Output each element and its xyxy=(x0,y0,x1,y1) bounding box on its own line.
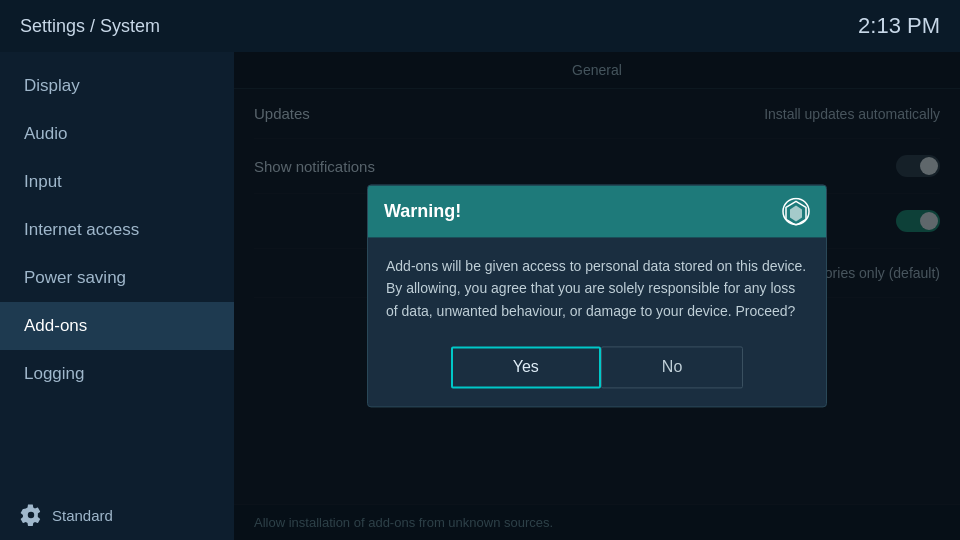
dialog-yes-button[interactable]: Yes xyxy=(451,347,601,389)
main-layout: Display Audio Input Internet access Powe… xyxy=(0,52,960,540)
dialog-no-button[interactable]: No xyxy=(601,347,743,389)
dialog-title: Warning! xyxy=(384,201,461,222)
gear-icon xyxy=(20,504,42,526)
kodi-logo-icon xyxy=(782,197,810,225)
dialog-body: Add-ons will be given access to personal… xyxy=(368,237,826,336)
sidebar-item-display[interactable]: Display xyxy=(0,62,234,110)
warning-dialog: Warning! Add-ons will be given access to… xyxy=(367,184,827,407)
sidebar-footer: Standard xyxy=(0,490,234,540)
sidebar-item-add-ons[interactable]: Add-ons xyxy=(0,302,234,350)
dialog-header: Warning! xyxy=(368,185,826,237)
sidebar-item-power-saving[interactable]: Power saving xyxy=(0,254,234,302)
standard-label: Standard xyxy=(52,507,113,524)
app-header: Settings / System 2:13 PM xyxy=(0,0,960,52)
svg-marker-2 xyxy=(790,205,802,221)
sidebar-item-audio[interactable]: Audio xyxy=(0,110,234,158)
sidebar-item-internet-access[interactable]: Internet access xyxy=(0,206,234,254)
content-area: General Updates Install updates automati… xyxy=(234,52,960,540)
dialog-footer: Yes No xyxy=(368,337,826,407)
sidebar-item-logging[interactable]: Logging xyxy=(0,350,234,398)
page-title: Settings / System xyxy=(20,16,160,37)
clock: 2:13 PM xyxy=(858,13,940,39)
sidebar: Display Audio Input Internet access Powe… xyxy=(0,52,234,540)
sidebar-item-input[interactable]: Input xyxy=(0,158,234,206)
dialog-close-button[interactable] xyxy=(782,197,810,225)
